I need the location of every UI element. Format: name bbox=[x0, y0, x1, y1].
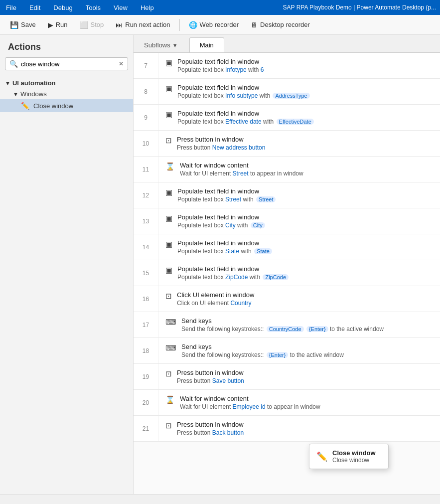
run-icon: ▶ bbox=[48, 21, 53, 29]
step-title: Populate text field in window bbox=[177, 110, 433, 117]
step-row-19[interactable]: 19 ⊡ Press button in window Press button… bbox=[134, 364, 440, 390]
step-row-12[interactable]: 12 ▣ Populate text field in window Popul… bbox=[134, 182, 440, 208]
step-icon-wrap: ⊡ Press button in window Press button Ne… bbox=[165, 136, 433, 151]
chevron-down-icon: ▼ bbox=[5, 80, 10, 86]
step-details: Populate text field in window Populate t… bbox=[177, 265, 433, 281]
step-content: ⌛ Wait for window content Wait for UI el… bbox=[158, 390, 440, 415]
tabs-bar: Subflows ▼ Main bbox=[134, 35, 440, 53]
desktop-recorder-button[interactable]: 🖥 Desktop recorder bbox=[246, 19, 315, 31]
web-recorder-button[interactable]: 🌐 Web recorder bbox=[184, 19, 244, 31]
step-icon-wrap: ⌛ Wait for window content Wait for UI el… bbox=[165, 395, 433, 410]
step-row-15[interactable]: 15 ▣ Populate text field in window Popul… bbox=[134, 260, 440, 286]
step-desc: Wait for UI element Street to appear in … bbox=[180, 170, 433, 177]
step-title: Populate text field in window bbox=[177, 265, 433, 273]
step-icon: ⌛ bbox=[165, 162, 175, 171]
step-desc: Populate text box Effective date with Ef… bbox=[177, 118, 433, 125]
step-content: ⌨ Send keys Send the following keystroke… bbox=[158, 312, 440, 337]
search-input[interactable] bbox=[21, 60, 119, 68]
menu-view[interactable]: View bbox=[112, 2, 130, 13]
menu-debug[interactable]: Debug bbox=[51, 2, 74, 13]
step-row-18[interactable]: 18 ⌨ Send keys Send the following keystr… bbox=[134, 338, 440, 364]
menu-help[interactable]: Help bbox=[139, 2, 156, 13]
run-next-icon: ⏭ bbox=[116, 21, 123, 29]
tooltip-popup: ✏️ Close window Close window bbox=[309, 444, 389, 469]
sidebar-title: Actions bbox=[0, 35, 133, 57]
tooltip-title: Close window bbox=[332, 449, 376, 457]
menu-edit[interactable]: Edit bbox=[27, 2, 42, 13]
step-row-10[interactable]: 10 ⊡ Press button in window Press button… bbox=[134, 131, 440, 157]
step-row-20[interactable]: 20 ⌛ Wait for window content Wait for UI… bbox=[134, 390, 440, 416]
step-number: 14 bbox=[134, 234, 158, 260]
step-title: Populate text field in window bbox=[177, 239, 433, 247]
step-desc: Populate text box Street with Street bbox=[177, 196, 433, 203]
steps-list: 7 ▣ Populate text field in window Popula… bbox=[134, 53, 440, 494]
step-title: Click UI element in window bbox=[177, 291, 433, 299]
stop-button[interactable]: ⬜ Stop bbox=[75, 19, 109, 31]
step-details: Wait for window content Wait for UI elem… bbox=[180, 162, 433, 177]
step-icon-wrap: ▣ Populate text field in window Populate… bbox=[165, 58, 433, 73]
tree-item-close-window[interactable]: ✏️ Close window bbox=[0, 99, 133, 112]
save-icon: 💾 bbox=[10, 21, 18, 29]
tree-subsection-windows[interactable]: ▼ Windows bbox=[0, 89, 133, 99]
step-content: ▣ Populate text field in window Populate… bbox=[158, 234, 440, 260]
step-details: Populate text field in window Populate t… bbox=[177, 239, 433, 255]
run-next-button[interactable]: ⏭ Run next action bbox=[111, 19, 175, 31]
step-row-8[interactable]: 8 ▣ Populate text field in window Popula… bbox=[134, 79, 440, 105]
step-details: Populate text field in window Populate t… bbox=[177, 187, 433, 203]
stop-icon: ⬜ bbox=[80, 21, 88, 29]
step-details: Populate text field in window Populate t… bbox=[177, 213, 433, 229]
step-title: Populate text field in window bbox=[177, 58, 433, 65]
close-window-tooltip-icon: ✏️ bbox=[316, 451, 327, 462]
toolbar: 💾 Save ▶ Run ⬜ Stop ⏭ Run next action 🌐 … bbox=[0, 15, 440, 35]
tab-subflows[interactable]: Subflows ▼ bbox=[134, 37, 188, 52]
chevron-down-icon: ▼ bbox=[172, 42, 178, 48]
step-details: Populate text field in window Populate t… bbox=[177, 110, 433, 125]
step-row-16[interactable]: 16 ⊡ Click UI element in window Click on… bbox=[134, 286, 440, 312]
tree-section-ui-automation[interactable]: ▼ UI automation bbox=[0, 77, 133, 89]
step-icon: ⌨ bbox=[165, 318, 176, 327]
step-row-9[interactable]: 9 ▣ Populate text field in window Popula… bbox=[134, 105, 440, 131]
step-number: 13 bbox=[134, 208, 158, 234]
step-icon-wrap: ⊡ Click UI element in window Click on UI… bbox=[165, 291, 433, 307]
step-desc: Wait for UI element Employee id to appea… bbox=[180, 403, 433, 410]
menu-tools[interactable]: Tools bbox=[84, 2, 103, 13]
step-desc: Populate text box Info subtype with Addr… bbox=[177, 92, 433, 99]
save-button[interactable]: 💾 Save bbox=[5, 19, 41, 31]
step-number: 11 bbox=[134, 157, 158, 182]
step-row-13[interactable]: 13 ▣ Populate text field in window Popul… bbox=[134, 208, 440, 234]
step-title: Send keys bbox=[181, 343, 433, 350]
chevron-down-icon: ▼ bbox=[13, 91, 18, 97]
step-details: Click UI element in window Click on UI e… bbox=[177, 291, 433, 307]
tab-main[interactable]: Main bbox=[189, 37, 224, 52]
search-clear-icon[interactable]: ✕ bbox=[119, 60, 124, 67]
step-number: 17 bbox=[134, 312, 158, 337]
step-number: 21 bbox=[134, 416, 158, 441]
step-icon: ⌨ bbox=[165, 343, 176, 352]
step-row-11[interactable]: 11 ⌛ Wait for window content Wait for UI… bbox=[134, 157, 440, 182]
step-content: ▣ Populate text field in window Populate… bbox=[158, 182, 440, 208]
step-details: Press button in window Press button New … bbox=[177, 136, 433, 151]
step-content: ▣ Populate text field in window Populate… bbox=[158, 53, 440, 78]
step-icon: ▣ bbox=[165, 214, 172, 223]
step-row-7[interactable]: 7 ▣ Populate text field in window Popula… bbox=[134, 53, 440, 79]
run-button[interactable]: ▶ Run bbox=[43, 19, 73, 31]
step-row-17[interactable]: 17 ⌨ Send keys Send the following keystr… bbox=[134, 312, 440, 338]
step-content: ▣ Populate text field in window Populate… bbox=[158, 260, 440, 286]
step-content: ▣ Populate text field in window Populate… bbox=[158, 208, 440, 234]
step-icon-wrap: ▣ Populate text field in window Populate… bbox=[165, 239, 433, 255]
step-number: 16 bbox=[134, 286, 158, 312]
step-details: Press button in window Press button Save… bbox=[177, 369, 433, 384]
step-row-14[interactable]: 14 ▣ Populate text field in window Popul… bbox=[134, 234, 440, 260]
step-number: 18 bbox=[134, 338, 158, 363]
step-number: 10 bbox=[134, 131, 158, 156]
step-icon: ⊡ bbox=[165, 369, 172, 378]
menu-file[interactable]: File bbox=[4, 2, 18, 13]
step-desc: Populate text box Infotype with 6 bbox=[177, 66, 433, 73]
step-title: Press button in window bbox=[177, 136, 433, 143]
step-number: 20 bbox=[134, 390, 158, 415]
step-content: ⊡ Press button in window Press button Sa… bbox=[158, 364, 440, 389]
step-row-21[interactable]: 21 ⊡ Press button in window Press button… bbox=[134, 416, 440, 442]
step-desc: Press button Save button bbox=[177, 377, 433, 384]
step-details: Populate text field in window Populate t… bbox=[177, 58, 433, 73]
step-desc: Send the following keystrokes:: {Enter} … bbox=[181, 351, 433, 358]
